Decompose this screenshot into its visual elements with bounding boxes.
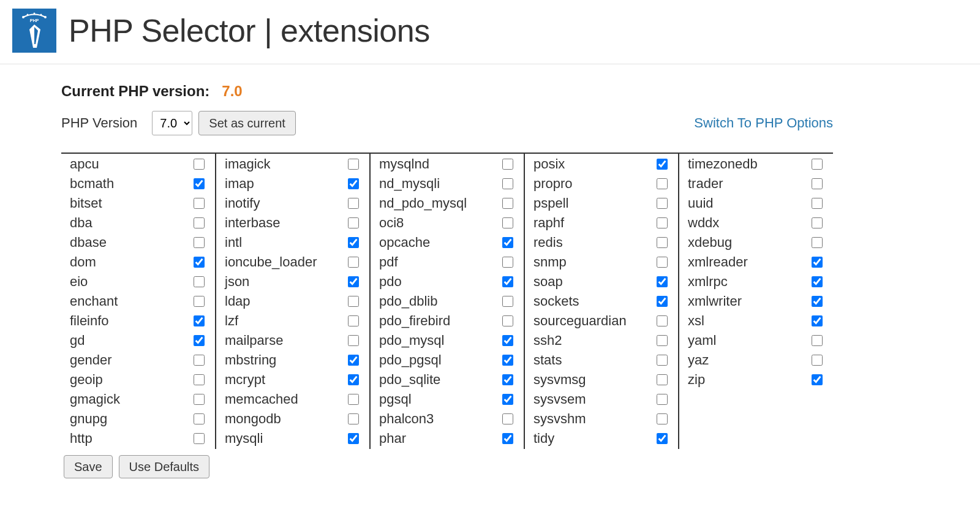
extension-label[interactable]: opcache: [379, 235, 500, 251]
extension-checkbox[interactable]: [502, 374, 513, 385]
extension-checkbox[interactable]: [194, 237, 205, 248]
extension-label[interactable]: dbase: [70, 235, 191, 251]
extension-checkbox[interactable]: [348, 335, 359, 346]
extension-label[interactable]: pdo_sqlite: [379, 372, 500, 388]
extension-checkbox[interactable]: [194, 335, 205, 346]
extension-checkbox[interactable]: [657, 217, 668, 228]
extension-checkbox[interactable]: [348, 237, 359, 248]
extension-label[interactable]: stats: [533, 352, 654, 368]
extension-checkbox[interactable]: [812, 237, 823, 248]
extension-label[interactable]: zip: [688, 372, 809, 388]
extension-label[interactable]: nd_pdo_mysql: [379, 195, 500, 211]
extension-label[interactable]: yaml: [688, 333, 809, 349]
extension-label[interactable]: uuid: [688, 195, 809, 211]
extension-label[interactable]: mysqli: [225, 431, 345, 447]
extension-label[interactable]: dba: [70, 215, 191, 231]
extension-label[interactable]: propro: [533, 176, 654, 192]
extension-checkbox[interactable]: [194, 217, 205, 228]
extension-label[interactable]: redis: [533, 235, 654, 251]
extension-label[interactable]: sysvshm: [533, 411, 654, 427]
php-version-select[interactable]: 7.0: [152, 111, 192, 135]
extension-checkbox[interactable]: [502, 198, 513, 209]
extension-checkbox[interactable]: [502, 315, 513, 326]
extension-label[interactable]: gnupg: [70, 411, 191, 427]
extension-label[interactable]: snmp: [533, 254, 654, 270]
extension-label[interactable]: yaz: [688, 352, 809, 368]
extension-checkbox[interactable]: [348, 217, 359, 228]
extension-checkbox[interactable]: [812, 335, 823, 346]
extension-label[interactable]: mcrypt: [225, 372, 345, 388]
extension-label[interactable]: sysvmsg: [533, 372, 654, 388]
extension-label[interactable]: eio: [70, 274, 191, 290]
extension-checkbox[interactable]: [657, 198, 668, 209]
extension-checkbox[interactable]: [502, 217, 513, 228]
extension-checkbox[interactable]: [502, 413, 513, 424]
extension-checkbox[interactable]: [194, 296, 205, 307]
extension-label[interactable]: nd_mysqli: [379, 176, 500, 192]
extension-checkbox[interactable]: [812, 217, 823, 228]
extension-checkbox[interactable]: [194, 178, 205, 189]
extension-label[interactable]: gd: [70, 333, 191, 349]
extension-label[interactable]: gender: [70, 352, 191, 368]
extension-checkbox[interactable]: [194, 257, 205, 268]
use-defaults-button[interactable]: Use Defaults: [119, 455, 210, 478]
extension-label[interactable]: phalcon3: [379, 411, 500, 427]
extension-label[interactable]: apcu: [70, 156, 191, 172]
extension-label[interactable]: oci8: [379, 215, 500, 231]
extension-checkbox[interactable]: [348, 296, 359, 307]
extension-checkbox[interactable]: [657, 315, 668, 326]
extension-label[interactable]: ioncube_loader: [225, 254, 345, 270]
extension-label[interactable]: dom: [70, 254, 191, 270]
extension-label[interactable]: pdf: [379, 254, 500, 270]
extension-checkbox[interactable]: [812, 178, 823, 189]
extension-label[interactable]: phar: [379, 431, 500, 447]
extension-checkbox[interactable]: [502, 296, 513, 307]
extension-checkbox[interactable]: [657, 257, 668, 268]
extension-checkbox[interactable]: [348, 355, 359, 366]
extension-checkbox[interactable]: [812, 296, 823, 307]
extension-label[interactable]: pdo_mysql: [379, 333, 500, 349]
extension-label[interactable]: posix: [533, 156, 654, 172]
extension-label[interactable]: ldap: [225, 293, 345, 309]
extension-checkbox[interactable]: [657, 335, 668, 346]
extension-label[interactable]: mbstring: [225, 352, 345, 368]
extension-checkbox[interactable]: [812, 257, 823, 268]
extension-label[interactable]: mailparse: [225, 333, 345, 349]
extension-checkbox[interactable]: [812, 198, 823, 209]
extension-checkbox[interactable]: [502, 433, 513, 444]
extension-checkbox[interactable]: [657, 178, 668, 189]
extension-label[interactable]: fileinfo: [70, 313, 191, 329]
extension-checkbox[interactable]: [348, 198, 359, 209]
extension-checkbox[interactable]: [657, 355, 668, 366]
extension-label[interactable]: tidy: [533, 431, 654, 447]
extension-checkbox[interactable]: [657, 413, 668, 424]
extension-checkbox[interactable]: [348, 159, 359, 170]
extension-checkbox[interactable]: [657, 433, 668, 444]
extension-checkbox[interactable]: [194, 198, 205, 209]
save-button[interactable]: Save: [64, 455, 113, 478]
extension-label[interactable]: pdo_firebird: [379, 313, 500, 329]
extension-checkbox[interactable]: [812, 276, 823, 287]
switch-to-php-options-link[interactable]: Switch To PHP Options: [694, 115, 833, 131]
extension-checkbox[interactable]: [502, 178, 513, 189]
extension-label[interactable]: pspell: [533, 195, 654, 211]
extension-checkbox[interactable]: [348, 315, 359, 326]
extension-label[interactable]: pdo_dblib: [379, 293, 500, 309]
extension-label[interactable]: http: [70, 431, 191, 447]
extension-checkbox[interactable]: [657, 374, 668, 385]
extension-checkbox[interactable]: [812, 355, 823, 366]
extension-label[interactable]: pdo: [379, 274, 500, 290]
extension-checkbox[interactable]: [194, 276, 205, 287]
extension-label[interactable]: lzf: [225, 313, 345, 329]
extension-checkbox[interactable]: [194, 394, 205, 405]
extension-label[interactable]: wddx: [688, 215, 809, 231]
extension-label[interactable]: trader: [688, 176, 809, 192]
extension-label[interactable]: xmlrpc: [688, 274, 809, 290]
extension-checkbox[interactable]: [194, 159, 205, 170]
extension-label[interactable]: bcmath: [70, 176, 191, 192]
extension-label[interactable]: xmlwriter: [688, 293, 809, 309]
extension-label[interactable]: soap: [533, 274, 654, 290]
extension-checkbox[interactable]: [502, 237, 513, 248]
extension-label[interactable]: xsl: [688, 313, 809, 329]
extension-label[interactable]: xdebug: [688, 235, 809, 251]
